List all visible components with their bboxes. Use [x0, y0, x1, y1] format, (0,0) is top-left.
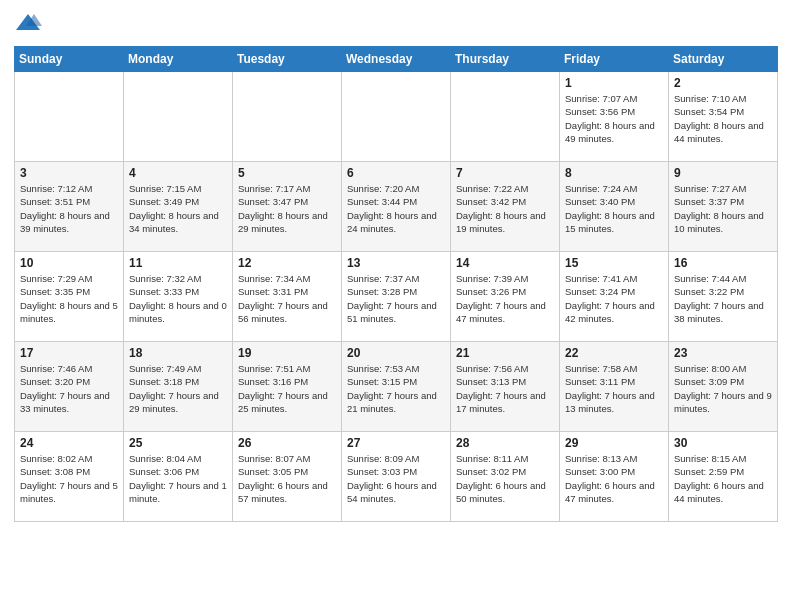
day-info: Sunrise: 7:27 AM Sunset: 3:37 PM Dayligh… — [674, 182, 772, 235]
calendar-cell: 26Sunrise: 8:07 AM Sunset: 3:05 PM Dayli… — [233, 432, 342, 522]
day-info: Sunrise: 8:15 AM Sunset: 2:59 PM Dayligh… — [674, 452, 772, 505]
calendar-cell: 18Sunrise: 7:49 AM Sunset: 3:18 PM Dayli… — [124, 342, 233, 432]
day-info: Sunrise: 8:11 AM Sunset: 3:02 PM Dayligh… — [456, 452, 554, 505]
calendar-cell: 14Sunrise: 7:39 AM Sunset: 3:26 PM Dayli… — [451, 252, 560, 342]
day-number: 27 — [347, 436, 445, 450]
calendar: SundayMondayTuesdayWednesdayThursdayFrid… — [14, 46, 778, 522]
calendar-day-header: Tuesday — [233, 47, 342, 72]
calendar-week-row: 1Sunrise: 7:07 AM Sunset: 3:56 PM Daylig… — [15, 72, 778, 162]
day-number: 26 — [238, 436, 336, 450]
calendar-week-row: 10Sunrise: 7:29 AM Sunset: 3:35 PM Dayli… — [15, 252, 778, 342]
calendar-cell: 13Sunrise: 7:37 AM Sunset: 3:28 PM Dayli… — [342, 252, 451, 342]
day-number: 21 — [456, 346, 554, 360]
calendar-cell: 25Sunrise: 8:04 AM Sunset: 3:06 PM Dayli… — [124, 432, 233, 522]
day-number: 2 — [674, 76, 772, 90]
day-number: 1 — [565, 76, 663, 90]
day-number: 25 — [129, 436, 227, 450]
calendar-day-header: Wednesday — [342, 47, 451, 72]
day-number: 4 — [129, 166, 227, 180]
day-info: Sunrise: 7:41 AM Sunset: 3:24 PM Dayligh… — [565, 272, 663, 325]
calendar-day-header: Saturday — [669, 47, 778, 72]
day-info: Sunrise: 8:09 AM Sunset: 3:03 PM Dayligh… — [347, 452, 445, 505]
day-number: 24 — [20, 436, 118, 450]
calendar-cell — [451, 72, 560, 162]
calendar-cell: 23Sunrise: 8:00 AM Sunset: 3:09 PM Dayli… — [669, 342, 778, 432]
calendar-cell: 11Sunrise: 7:32 AM Sunset: 3:33 PM Dayli… — [124, 252, 233, 342]
day-number: 18 — [129, 346, 227, 360]
day-number: 11 — [129, 256, 227, 270]
calendar-day-header: Thursday — [451, 47, 560, 72]
day-number: 29 — [565, 436, 663, 450]
day-info: Sunrise: 7:37 AM Sunset: 3:28 PM Dayligh… — [347, 272, 445, 325]
day-info: Sunrise: 7:22 AM Sunset: 3:42 PM Dayligh… — [456, 182, 554, 235]
calendar-cell: 9Sunrise: 7:27 AM Sunset: 3:37 PM Daylig… — [669, 162, 778, 252]
calendar-cell: 21Sunrise: 7:56 AM Sunset: 3:13 PM Dayli… — [451, 342, 560, 432]
calendar-cell: 19Sunrise: 7:51 AM Sunset: 3:16 PM Dayli… — [233, 342, 342, 432]
day-info: Sunrise: 8:02 AM Sunset: 3:08 PM Dayligh… — [20, 452, 118, 505]
day-number: 9 — [674, 166, 772, 180]
day-number: 17 — [20, 346, 118, 360]
day-info: Sunrise: 7:29 AM Sunset: 3:35 PM Dayligh… — [20, 272, 118, 325]
calendar-cell: 7Sunrise: 7:22 AM Sunset: 3:42 PM Daylig… — [451, 162, 560, 252]
calendar-cell: 20Sunrise: 7:53 AM Sunset: 3:15 PM Dayli… — [342, 342, 451, 432]
day-number: 20 — [347, 346, 445, 360]
calendar-day-header: Friday — [560, 47, 669, 72]
calendar-cell: 17Sunrise: 7:46 AM Sunset: 3:20 PM Dayli… — [15, 342, 124, 432]
logo-icon — [14, 10, 42, 38]
day-info: Sunrise: 7:12 AM Sunset: 3:51 PM Dayligh… — [20, 182, 118, 235]
calendar-cell: 12Sunrise: 7:34 AM Sunset: 3:31 PM Dayli… — [233, 252, 342, 342]
day-info: Sunrise: 8:13 AM Sunset: 3:00 PM Dayligh… — [565, 452, 663, 505]
calendar-cell: 15Sunrise: 7:41 AM Sunset: 3:24 PM Dayli… — [560, 252, 669, 342]
day-number: 6 — [347, 166, 445, 180]
day-info: Sunrise: 7:34 AM Sunset: 3:31 PM Dayligh… — [238, 272, 336, 325]
day-info: Sunrise: 7:15 AM Sunset: 3:49 PM Dayligh… — [129, 182, 227, 235]
calendar-week-row: 17Sunrise: 7:46 AM Sunset: 3:20 PM Dayli… — [15, 342, 778, 432]
calendar-cell: 29Sunrise: 8:13 AM Sunset: 3:00 PM Dayli… — [560, 432, 669, 522]
calendar-header-row: SundayMondayTuesdayWednesdayThursdayFrid… — [15, 47, 778, 72]
day-number: 16 — [674, 256, 772, 270]
logo — [14, 10, 44, 38]
day-number: 5 — [238, 166, 336, 180]
calendar-cell: 28Sunrise: 8:11 AM Sunset: 3:02 PM Dayli… — [451, 432, 560, 522]
calendar-cell — [124, 72, 233, 162]
day-info: Sunrise: 7:32 AM Sunset: 3:33 PM Dayligh… — [129, 272, 227, 325]
day-number: 23 — [674, 346, 772, 360]
day-number: 15 — [565, 256, 663, 270]
calendar-cell: 3Sunrise: 7:12 AM Sunset: 3:51 PM Daylig… — [15, 162, 124, 252]
header — [14, 10, 778, 38]
calendar-cell: 24Sunrise: 8:02 AM Sunset: 3:08 PM Dayli… — [15, 432, 124, 522]
day-info: Sunrise: 7:20 AM Sunset: 3:44 PM Dayligh… — [347, 182, 445, 235]
calendar-cell: 1Sunrise: 7:07 AM Sunset: 3:56 PM Daylig… — [560, 72, 669, 162]
calendar-cell: 2Sunrise: 7:10 AM Sunset: 3:54 PM Daylig… — [669, 72, 778, 162]
calendar-cell — [15, 72, 124, 162]
calendar-cell: 22Sunrise: 7:58 AM Sunset: 3:11 PM Dayli… — [560, 342, 669, 432]
day-info: Sunrise: 7:46 AM Sunset: 3:20 PM Dayligh… — [20, 362, 118, 415]
calendar-cell: 4Sunrise: 7:15 AM Sunset: 3:49 PM Daylig… — [124, 162, 233, 252]
calendar-cell: 5Sunrise: 7:17 AM Sunset: 3:47 PM Daylig… — [233, 162, 342, 252]
day-info: Sunrise: 7:56 AM Sunset: 3:13 PM Dayligh… — [456, 362, 554, 415]
day-info: Sunrise: 7:24 AM Sunset: 3:40 PM Dayligh… — [565, 182, 663, 235]
calendar-cell: 10Sunrise: 7:29 AM Sunset: 3:35 PM Dayli… — [15, 252, 124, 342]
calendar-day-header: Monday — [124, 47, 233, 72]
day-info: Sunrise: 8:00 AM Sunset: 3:09 PM Dayligh… — [674, 362, 772, 415]
calendar-week-row: 24Sunrise: 8:02 AM Sunset: 3:08 PM Dayli… — [15, 432, 778, 522]
day-info: Sunrise: 8:04 AM Sunset: 3:06 PM Dayligh… — [129, 452, 227, 505]
day-number: 28 — [456, 436, 554, 450]
day-info: Sunrise: 7:39 AM Sunset: 3:26 PM Dayligh… — [456, 272, 554, 325]
calendar-cell — [342, 72, 451, 162]
day-number: 14 — [456, 256, 554, 270]
day-info: Sunrise: 7:07 AM Sunset: 3:56 PM Dayligh… — [565, 92, 663, 145]
day-info: Sunrise: 7:49 AM Sunset: 3:18 PM Dayligh… — [129, 362, 227, 415]
calendar-week-row: 3Sunrise: 7:12 AM Sunset: 3:51 PM Daylig… — [15, 162, 778, 252]
calendar-cell: 8Sunrise: 7:24 AM Sunset: 3:40 PM Daylig… — [560, 162, 669, 252]
calendar-cell: 6Sunrise: 7:20 AM Sunset: 3:44 PM Daylig… — [342, 162, 451, 252]
calendar-cell: 16Sunrise: 7:44 AM Sunset: 3:22 PM Dayli… — [669, 252, 778, 342]
day-number: 10 — [20, 256, 118, 270]
day-info: Sunrise: 7:58 AM Sunset: 3:11 PM Dayligh… — [565, 362, 663, 415]
day-info: Sunrise: 7:10 AM Sunset: 3:54 PM Dayligh… — [674, 92, 772, 145]
day-number: 13 — [347, 256, 445, 270]
day-info: Sunrise: 7:51 AM Sunset: 3:16 PM Dayligh… — [238, 362, 336, 415]
day-info: Sunrise: 7:53 AM Sunset: 3:15 PM Dayligh… — [347, 362, 445, 415]
calendar-cell: 30Sunrise: 8:15 AM Sunset: 2:59 PM Dayli… — [669, 432, 778, 522]
day-info: Sunrise: 7:17 AM Sunset: 3:47 PM Dayligh… — [238, 182, 336, 235]
